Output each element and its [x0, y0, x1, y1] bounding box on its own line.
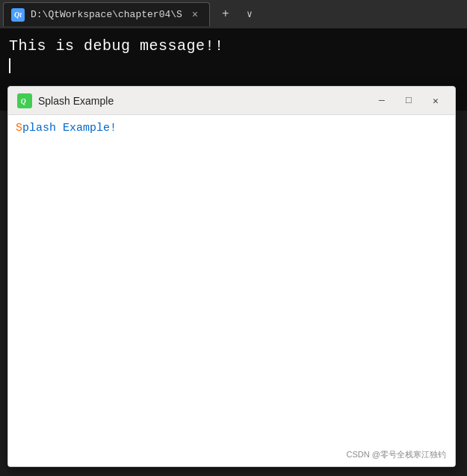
qt-window-title: Splash Example — [38, 95, 365, 107]
close-button[interactable]: ✕ — [425, 93, 446, 109]
debug-message: This is debug message!! — [9, 36, 458, 57]
new-tab-button[interactable]: + — [216, 4, 235, 24]
qt-content-area: Splash Example! CSDN @零号全栈寒江独钓 — [8, 115, 455, 466]
qt-window-buttons: — □ ✕ — [371, 93, 446, 109]
tab-app-icon: Qt — [11, 8, 25, 22]
cursor-line — [9, 58, 458, 73]
active-tab[interactable]: Qt D:\QtWorkspace\chapter04\S × — [3, 2, 210, 26]
splash-rest-text: plash Example! — [22, 122, 117, 135]
tab-close-button[interactable]: × — [188, 8, 202, 22]
splash-s-char: S — [16, 122, 22, 135]
tab-icon-label: Qt — [14, 10, 22, 19]
tab-title: D:\QtWorkspace\chapter04\S — [31, 9, 182, 20]
cursor — [9, 58, 10, 73]
qt-app-window: Q Splash Example — □ ✕ Splash Example! C… — [7, 86, 456, 467]
svg-text:Q: Q — [21, 97, 26, 105]
tab-bar: Qt D:\QtWorkspace\chapter04\S × + ∨ — [0, 0, 467, 28]
qt-app-icon: Q — [17, 93, 32, 108]
terminal-window: Qt D:\QtWorkspace\chapter04\S × + ∨ This… — [0, 0, 467, 476]
splash-label: Splash Example! — [16, 122, 117, 135]
minimize-button[interactable]: — — [371, 93, 392, 109]
tab-bar-actions: + ∨ — [216, 4, 259, 24]
tab-dropdown-button[interactable]: ∨ — [240, 4, 259, 24]
watermark: CSDN @零号全栈寒江独钓 — [347, 449, 446, 460]
qt-titlebar: Q Splash Example — □ ✕ — [8, 87, 455, 115]
maximize-button[interactable]: □ — [398, 93, 419, 109]
